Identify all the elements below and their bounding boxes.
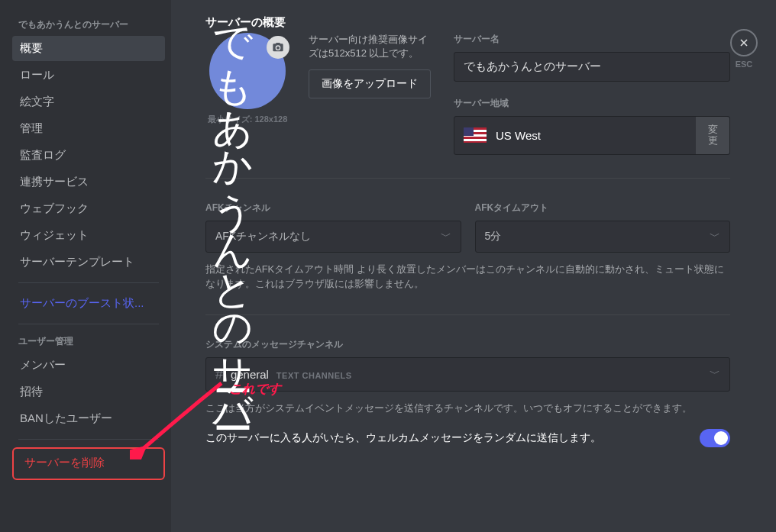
chevron-down-icon: ﹀ [710,367,720,381]
sidebar-item-invites[interactable]: 招待 [12,379,165,405]
divider [205,314,730,315]
chevron-down-icon: ﹀ [710,230,720,243]
sidebar-item-bans[interactable]: BANしたユーザー [12,406,165,431]
delete-server-highlight: サーバーを削除 [12,447,165,480]
system-channel-label: システムのメッセージチャンネル [205,338,730,351]
server-name-label: サーバー名 [454,33,730,46]
afk-timeout-value: 5分 [485,230,502,243]
us-flag-icon [464,127,487,143]
sidebar-item-widget[interactable]: ウィジェット [12,223,165,248]
server-name-input[interactable] [454,52,730,82]
region-label: サーバー地域 [454,97,730,110]
region-value: US West [496,129,696,142]
esc-label: ESC [730,60,758,69]
divider [18,282,159,283]
afk-timeout-label: AFKタイムアウト [475,202,731,214]
sidebar-item-roles[interactable]: ロール [12,63,165,88]
divider [205,178,730,179]
sidebar-item-boost[interactable]: サーバーのブースト状... [12,291,165,316]
sidebar-header: でもあかうんとのサーバー [12,15,165,34]
sidebar-item-members[interactable]: メンバー [12,353,165,378]
server-icon-text-overlay: でもあかうんとのサーバー [212,0,254,405]
system-channel-category: TEXT CHANNELS [276,371,352,380]
annotation-text: これです [229,380,281,398]
afk-timeout-select[interactable]: 5分 ﹀ [475,221,731,253]
sidebar-item-moderation[interactable]: 管理 [12,116,165,141]
sidebar-item-delete-server[interactable]: サーバーを削除 [17,450,160,476]
afk-description: 指定されたAFKタイムアウト時間 より長く放置したメンバーはこのチャンネルに自動… [205,262,730,292]
upload-image-icon[interactable] [267,36,289,59]
close-button[interactable] [730,29,758,56]
sidebar-item-template[interactable]: サーバーテンプレート [12,250,165,275]
welcome-toggle-label: このサーバーに入る人がいたら、ウェルカムメッセージをランダムに送信します。 [205,431,690,445]
divider [18,439,159,440]
sidebar-header-users: ユーザー管理 [12,332,165,351]
main-content: サーバーの概要 で 最小サイズ: 128x128 サーバー向け推奨画像サイズは5… [171,0,776,532]
image-size-hint: サーバー向け推奨画像サイズは512x512 以上です。 [309,33,431,60]
welcome-toggle[interactable] [700,429,730,447]
system-channel-select[interactable]: # general TEXT CHANNELS ﹀ [205,357,730,392]
sidebar-item-emoji[interactable]: 絵文字 [12,89,165,114]
sidebar-item-webhooks[interactable]: ウェブフック [12,196,165,221]
system-channel-description: ここは当方がシステムイベントメッセージを送信するチャンネルです。いつでもオフにす… [205,401,730,416]
sidebar-item-audit-log[interactable]: 監査ログ [12,143,165,168]
page-title: サーバーの概要 [205,15,730,30]
change-region-button[interactable]: 変更 [696,117,729,154]
chevron-down-icon: ﹀ [441,230,451,243]
settings-sidebar: でもあかうんとのサーバー 概要 ロール 絵文字 管理 監査ログ 連携サービス ウ… [0,0,171,532]
sidebar-item-overview[interactable]: 概要 [12,36,165,61]
divider [18,324,159,324]
upload-image-button[interactable]: 画像をアップロード [309,69,431,98]
sidebar-item-integrations[interactable]: 連携サービス [12,169,165,195]
